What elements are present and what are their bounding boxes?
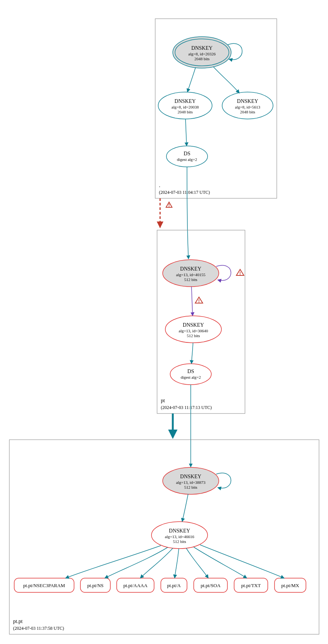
rrset-ns: pt.pt/NS	[80, 578, 110, 592]
rrset-txt: pt.pt/TXT	[234, 578, 268, 592]
node-root-zsk-20038: DNSKEY alg=8, id=20038 2048 bits	[158, 92, 212, 119]
svg-text:2048 bits: 2048 bits	[194, 57, 210, 61]
edge-root-ksk-to-5613	[213, 67, 239, 93]
node-root-ds: DS digest alg=2	[166, 146, 208, 167]
svg-text:pt.pt/NSEC3PARAM: pt.pt/NSEC3PARAM	[23, 583, 65, 588]
node-pt-ds: DS digest alg=2	[170, 364, 211, 385]
edge-zsk-to-nsec3param	[65, 546, 161, 578]
svg-text:digest alg=2: digest alg=2	[177, 157, 197, 162]
dnssec-graph: . (2024-07-03 11:04:17 UTC) DNSKEY alg=8…	[0, 0, 328, 644]
svg-text:512 bits: 512 bits	[173, 539, 186, 544]
svg-text:DNSKEY: DNSKEY	[191, 45, 213, 51]
zone-root-name: .	[159, 183, 160, 188]
edge-zsk-to-aaaa	[140, 548, 173, 578]
svg-text:DS: DS	[187, 369, 194, 374]
rrset-soa: pt.pt/SOA	[194, 578, 227, 592]
svg-text:alg=8, id=20038: alg=8, id=20038	[172, 105, 199, 109]
rrset-a: pt.pt/A	[161, 578, 187, 592]
warning-icon-delegation: !	[166, 202, 172, 208]
svg-text:512 bits: 512 bits	[184, 277, 197, 282]
node-ptpt-ksk: DNSKEY alg=13, id=38873 512 bits	[163, 467, 219, 494]
svg-text:pt.pt/A: pt.pt/A	[167, 583, 181, 588]
node-root-zsk-5613: DNSKEY alg=8, id=5613 2048 bits	[222, 92, 273, 119]
edge-ds-to-pt-ksk	[187, 167, 188, 259]
svg-text:alg=13, id=38873: alg=13, id=38873	[176, 480, 206, 485]
edge-pt-ksk-to-zsk	[191, 287, 193, 316]
zone-pt-name: pt	[161, 398, 165, 403]
node-root-ksk: DNSKEY alg=8, id=20326 2048 bits	[173, 37, 231, 68]
edge-pt-zsk-to-ds	[191, 343, 193, 364]
edge-zsk-to-ns	[105, 547, 168, 578]
edge-zsk-to-mx	[200, 545, 284, 578]
svg-text:DNSKEY: DNSKEY	[180, 474, 202, 479]
svg-point-13	[166, 146, 208, 167]
rrset-aaaa: pt.pt/AAAA	[117, 578, 154, 592]
svg-text:DNSKEY: DNSKEY	[175, 98, 196, 104]
svg-text:pt.pt/NS: pt.pt/NS	[87, 583, 104, 588]
edge-zsk-to-a	[175, 549, 179, 578]
svg-text:DNSKEY: DNSKEY	[180, 266, 202, 272]
svg-point-27	[170, 364, 211, 385]
svg-text:pt.pt/MX: pt.pt/MX	[281, 583, 300, 588]
svg-text:512 bits: 512 bits	[187, 333, 200, 338]
svg-text:pt.pt/TXT: pt.pt/TXT	[241, 583, 261, 588]
zone-ptpt-ts: (2024-07-03 11:37:58 UTC)	[13, 626, 64, 631]
svg-text:2048 bits: 2048 bits	[240, 110, 255, 114]
svg-text:512 bits: 512 bits	[184, 485, 197, 489]
zone-root-ts: (2024-07-03 11:04:17 UTC)	[159, 190, 210, 195]
node-ptpt-zsk: DNSKEY alg=13, id=46616 512 bits	[151, 522, 208, 549]
edge-zsk-to-txt	[194, 547, 247, 578]
svg-text:alg=8, id=5613: alg=8, id=5613	[235, 105, 260, 109]
svg-text:pt.pt/AAAA: pt.pt/AAAA	[123, 583, 148, 588]
svg-text:DNSKEY: DNSKEY	[169, 528, 190, 534]
svg-text:alg=8, id=20326: alg=8, id=20326	[188, 52, 216, 56]
svg-text:2048 bits: 2048 bits	[178, 110, 193, 114]
edge-zsk-to-soa	[186, 548, 208, 578]
svg-text:!: !	[198, 299, 200, 304]
svg-text:alg=13, id=46616: alg=13, id=46616	[165, 534, 194, 539]
warning-icon-pt-ksk-to-zsk: !	[195, 297, 203, 304]
svg-text:!: !	[239, 271, 241, 276]
rrset-mx: pt.pt/MX	[275, 578, 306, 592]
svg-text:pt.pt/SOA: pt.pt/SOA	[200, 583, 221, 588]
zone-pt-ts: (2024-07-03 11:17:13 UTC)	[161, 405, 212, 410]
svg-text:alg=13, id=40155: alg=13, id=40155	[176, 272, 206, 277]
svg-text:DNSKEY: DNSKEY	[183, 322, 204, 328]
svg-text:digest alg=2: digest alg=2	[181, 375, 201, 379]
svg-text:DNSKEY: DNSKEY	[237, 98, 258, 104]
zone-ptpt-name: pt.pt	[13, 619, 22, 624]
warning-icon-pt-ksk-self: !	[236, 269, 244, 276]
node-pt-zsk: DNSKEY alg=13, id=30640 512 bits	[165, 316, 221, 343]
rrset-nsec3param: pt.pt/NSEC3PARAM	[14, 578, 74, 592]
svg-text:!: !	[168, 203, 170, 208]
svg-text:DS: DS	[184, 151, 190, 156]
edge-20038-to-ds	[186, 119, 187, 146]
node-pt-ksk: DNSKEY alg=13, id=40155 512 bits	[163, 260, 219, 287]
svg-text:alg=13, id=30640: alg=13, id=30640	[179, 329, 208, 333]
edge-ptpt-ksk-to-zsk	[182, 494, 188, 522]
edge-root-ksk-to-20038	[187, 67, 196, 92]
